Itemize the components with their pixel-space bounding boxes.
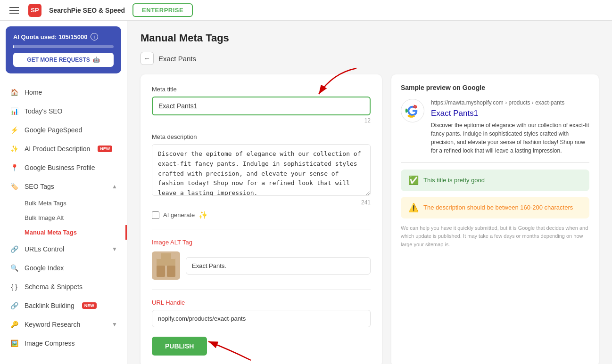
- meta-title-char-count: 12: [152, 117, 371, 124]
- app-logo: SP: [28, 4, 41, 17]
- quota-title: AI Quota used: 105/15000 i: [13, 33, 114, 40]
- meta-title-input[interactable]: [152, 97, 371, 115]
- seo-tags-submenu: Bulk Meta Tags Bulk Image Alt Manual Met…: [0, 196, 127, 240]
- sidebar-item-image-compress[interactable]: 🖼️ Image Compress: [0, 334, 127, 353]
- code-icon: { }: [9, 282, 19, 291]
- meta-desc-input[interactable]: [152, 144, 371, 196]
- svg-rect-3: [157, 266, 165, 277]
- sidebar-item-bulk-meta[interactable]: Bulk Meta Tags: [0, 196, 127, 210]
- sparkle-icon: ✨: [9, 144, 19, 154]
- url-handle-input[interactable]: [152, 310, 371, 327]
- sidebar-item-business-profile[interactable]: 📍 Google Business Profile: [0, 158, 127, 177]
- chevron-up-icon: ▲: [112, 183, 117, 190]
- robot-icon: 🤖: [93, 57, 100, 63]
- app-title: SearchPie SEO & Speed: [49, 7, 125, 14]
- quota-bar-bg: [13, 45, 114, 48]
- main-layout: AI Quota used: 105/15000 i GET MORE REQU…: [0, 21, 612, 364]
- new-badge-2: NEW: [82, 302, 97, 309]
- menu-toggle[interactable]: [8, 5, 21, 16]
- sidebar: AI Quota used: 105/15000 i GET MORE REQU…: [0, 21, 127, 364]
- section-divider-2: [152, 289, 371, 290]
- content-grid: Meta title 12: [141, 74, 599, 364]
- sidebar-item-backlink[interactable]: 🔗 Backlink Building NEW: [0, 296, 127, 315]
- sidebar-item-keyword[interactable]: 🔑 Keyword Research ▼: [0, 315, 127, 334]
- nav-items: 🏠 Home 📊 Today's SEO ⚡ Google PageSpeed …: [0, 79, 127, 364]
- plan-badge[interactable]: ENTERPRISE: [132, 3, 193, 17]
- check-circle-icon: ✅: [408, 175, 419, 186]
- preview-card-title: Sample preview on Google: [401, 84, 589, 91]
- meta-desc-label: Meta description: [152, 133, 371, 140]
- meta-title-group: Meta title 12: [152, 86, 371, 124]
- sidebar-item-ai-product[interactable]: ✨ AI Product Description NEW: [0, 139, 127, 158]
- url-handle-label: URL Handle: [152, 299, 371, 306]
- google-g-svg: [404, 102, 421, 119]
- speed-icon: ⚡: [9, 125, 19, 135]
- quota-box: AI Quota used: 105/15000 i GET MORE REQU…: [6, 26, 121, 73]
- key-icon: 🔑: [9, 320, 19, 329]
- status-warn-text: The description should be between 160-20…: [423, 203, 573, 212]
- sidebar-item-seo-tags[interactable]: 🏷️ SEO Tags ▲: [0, 177, 127, 196]
- product-thumbnail: [152, 251, 180, 280]
- sidebar-item-home[interactable]: 🏠 Home: [0, 83, 127, 102]
- get-more-requests-button[interactable]: GET MORE REQUESTS 🤖: [13, 53, 114, 67]
- sidebar-item-urls-control[interactable]: 🔗 URLs Control ▼: [0, 240, 127, 259]
- meta-desc-group: Meta description 241 AI generate ✨: [152, 133, 371, 219]
- home-icon: 🏠: [9, 88, 19, 97]
- image-alt-input[interactable]: [186, 257, 371, 275]
- sidebar-item-manual-meta[interactable]: Manual Meta Tags: [0, 225, 127, 240]
- svg-rect-4: [167, 266, 175, 277]
- google-icon: 🔍: [9, 263, 19, 273]
- image-alt-label: Image ALT Tag: [152, 239, 371, 246]
- breadcrumb: ← Exact Pants: [141, 52, 599, 65]
- image-alt-section: Image ALT Tag: [152, 239, 371, 280]
- section-divider-1: [152, 229, 371, 229]
- preview-page-title: Exact Pants1: [431, 109, 589, 118]
- backlink-icon: 🔗: [9, 301, 19, 310]
- google-preview: https://mawta.myshopify.com › products ›…: [401, 99, 589, 155]
- meta-title-input-wrapper: [152, 97, 371, 115]
- back-button[interactable]: ←: [141, 52, 154, 65]
- preview-url: https://mawta.myshopify.com › products ›…: [431, 99, 589, 107]
- google-logo: [401, 99, 424, 122]
- status-warn: ⚠️ The description should be between 160…: [401, 197, 589, 218]
- link-icon: 🔗: [9, 244, 19, 254]
- arrow-annotation-1: [305, 64, 361, 101]
- sidebar-item-pagespeed[interactable]: ⚡ Google PageSpeed: [0, 121, 127, 139]
- page-title: Manual Meta Tags: [141, 32, 599, 44]
- warning-icon: ⚠️: [408, 202, 419, 213]
- sidebar-item-todays-seo[interactable]: 📊 Today's SEO: [0, 102, 127, 121]
- meta-desc-char-count: 241: [152, 199, 371, 206]
- sidebar-item-schema[interactable]: { } Schema & Snippets: [0, 277, 127, 296]
- breadcrumb-label: Exact Pants: [158, 55, 196, 63]
- sidebar-item-google-index[interactable]: 🔍 Google Index: [0, 259, 127, 277]
- image-alt-row: [152, 251, 371, 280]
- status-good-text: This title is pretty good: [423, 177, 485, 184]
- quota-info-icon[interactable]: i: [91, 33, 98, 40]
- preview-note: We can help you have it quickly submitte…: [401, 224, 589, 249]
- form-card: Meta title 12: [141, 74, 382, 364]
- preview-divider: [401, 162, 589, 163]
- chevron-down-icon-2: ▼: [112, 321, 117, 328]
- main-content: Manual Meta Tags ← Exact Pants Meta titl…: [127, 21, 612, 364]
- preview-content: https://mawta.myshopify.com › products ›…: [431, 99, 589, 155]
- topbar: SP SearchPie SEO & Speed ENTERPRISE: [0, 0, 612, 21]
- ai-generate-checkbox[interactable]: [152, 211, 159, 219]
- chevron-down-icon: ▼: [112, 246, 117, 252]
- pants-image: [154, 252, 178, 279]
- chart-icon: 📊: [9, 106, 19, 116]
- preview-card: Sample preview on Google https://mawta.m…: [391, 74, 599, 364]
- image-icon: 🖼️: [9, 339, 19, 348]
- tag-icon: 🏷️: [9, 182, 19, 191]
- ai-generate-row: AI generate ✨: [152, 210, 371, 219]
- meta-title-label: Meta title: [152, 86, 371, 93]
- location-icon: 📍: [9, 163, 19, 172]
- publish-wrapper: PUBLISH: [152, 327, 371, 356]
- status-good: ✅ This title is pretty good: [401, 170, 589, 191]
- ai-generate-label: AI generate: [163, 211, 195, 218]
- arrow-annotation-2: [199, 332, 256, 364]
- publish-button[interactable]: PUBLISH: [152, 337, 207, 356]
- quota-bar-fill: [13, 45, 14, 48]
- ai-sparkle-icon: ✨: [198, 210, 208, 219]
- url-handle-section: URL Handle: [152, 299, 371, 327]
- sidebar-item-bulk-image[interactable]: Bulk Image Alt: [0, 210, 127, 225]
